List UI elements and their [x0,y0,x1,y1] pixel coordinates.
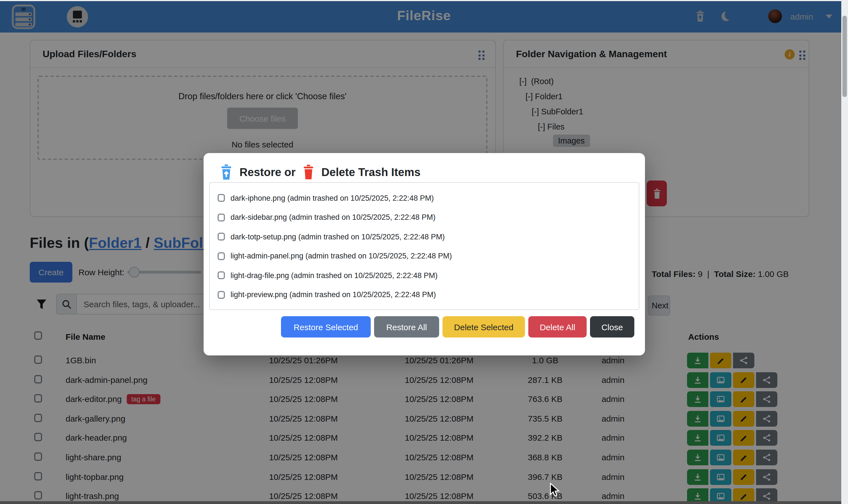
trash-items-list: dark-iphone.png (admin trashed on 10/25/… [209,182,639,310]
trash-item: light-drag-file.png (admin trashed on 10… [218,266,639,285]
scrollbar-thumb[interactable] [842,16,847,97]
trash-item: light-admin-panel.png (admin trashed on … [218,246,639,266]
trash-item: dark-sidebar.png (admin trashed on 10/25… [218,208,639,227]
restore-all-button[interactable]: Restore All [374,316,439,338]
delete-all-button[interactable]: Delete All [528,316,587,338]
mouse-cursor [550,483,562,500]
modal-title: Restore or Delete Trash Items [219,164,421,180]
scrollbar-track[interactable] [841,0,848,504]
delete-selected-button[interactable]: Delete Selected [442,316,525,338]
trash-item: dark-totp-setup.png (admin trashed on 10… [218,227,639,246]
trash-item: light-preview.png (admin trashed on 10/2… [218,285,639,304]
screen: FileRise [0,0,848,504]
item-checkbox[interactable] [218,252,225,260]
item-checkbox[interactable] [218,291,225,299]
window-top-edge [0,0,848,1]
restore-selected-button[interactable]: Restore Selected [281,316,371,338]
trash-modal: Restore or Delete Trash Items dark-iphon… [204,153,645,356]
item-checkbox[interactable] [218,272,225,280]
item-checkbox[interactable] [218,233,225,241]
modal-buttons: Restore Selected Restore All Delete Sele… [281,316,634,338]
trash-item: dark-iphone.png (admin trashed on 10/25/… [218,188,639,208]
item-checkbox[interactable] [218,194,225,202]
restore-trash-icon [219,164,233,180]
item-checkbox[interactable] [218,214,225,221]
delete-trash-icon [302,164,315,180]
close-button[interactable]: Close [590,316,634,338]
